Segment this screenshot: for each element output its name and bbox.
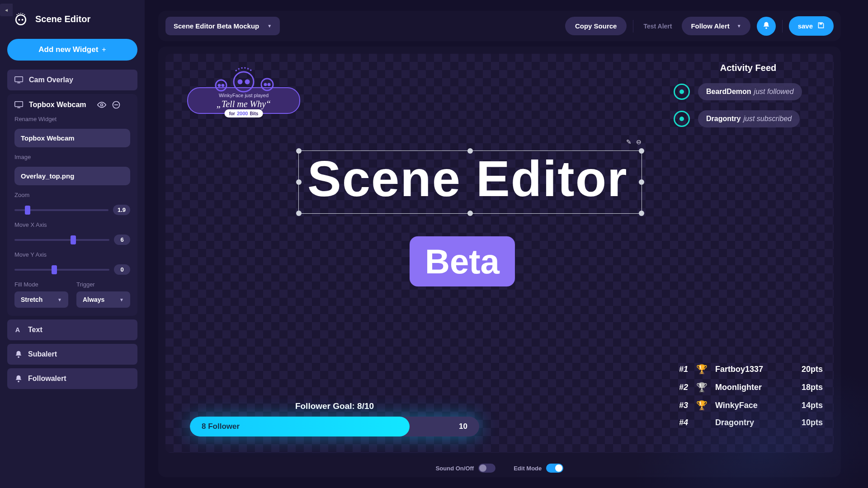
movex-slider[interactable] (14, 239, 109, 241)
save-button[interactable]: save (789, 16, 834, 36)
board-points: 14pts (802, 401, 823, 410)
sound-toggle-label: Sound On/Off (436, 465, 474, 472)
svg-point-22 (264, 84, 266, 85)
visibility-icon[interactable] (97, 100, 106, 109)
board-name: Moonlighter (715, 383, 793, 392)
svg-text:A: A (15, 326, 20, 333)
activity-feed: Activity Feed BeardDemon just followed D… (674, 63, 823, 137)
rank: #1 (674, 365, 688, 374)
rank: #3 (674, 401, 688, 410)
resize-handle[interactable] (296, 179, 302, 185)
svg-point-23 (268, 84, 270, 85)
feed-action: just subscribed (743, 115, 792, 123)
resize-handle[interactable] (296, 148, 302, 154)
widget-panel-topbox: Topbox Webcam Rename Widget Image Zoom 1… (7, 94, 137, 316)
collapse-icon[interactable] (112, 100, 121, 109)
alert-bell-button[interactable] (757, 17, 776, 36)
svg-point-2 (22, 19, 24, 21)
board-row: #1 🏆 Fartboy1337 20pts (674, 364, 823, 375)
trophy-icon: 🏆 (696, 400, 707, 411)
rank: #2 (674, 383, 688, 392)
overlay-chip: for 2000 Bits (225, 109, 263, 117)
copy-source-button[interactable]: Copy Source (565, 17, 627, 35)
fillmode-select[interactable]: Stretch ▼ (14, 291, 68, 308)
widget-item-cam-overlay[interactable]: Cam Overlay (7, 70, 137, 90)
add-widget-button[interactable]: Add new Widget + (7, 39, 137, 61)
scene-select[interactable]: Scene Editor Beta Mockup ▼ (165, 17, 280, 35)
rename-input[interactable] (14, 129, 130, 147)
feed-action: just followed (754, 88, 794, 96)
scene-name: Scene Editor Beta Mockup (174, 22, 259, 30)
bell-icon (14, 350, 23, 358)
widget-item-label: Text (28, 326, 42, 334)
follow-alert-select[interactable]: Follow Alert ▼ (682, 17, 750, 35)
sound-toggle[interactable] (478, 464, 495, 473)
svg-point-20 (222, 84, 224, 86)
svg-point-11 (18, 357, 19, 358)
svg-point-16 (238, 80, 242, 84)
canvas-beta-badge[interactable]: Beta (410, 236, 515, 286)
bell-icon (14, 375, 23, 383)
svg-point-18 (216, 80, 226, 91)
board-points: 20pts (802, 365, 823, 374)
zoom-label: Zoom (14, 192, 130, 198)
leaderboard: #1 🏆 Fartboy1337 20pts #2 🏆 Moonlighter … (674, 364, 823, 427)
add-widget-label: Add new Widget (38, 45, 98, 54)
sidebar-collapse-button[interactable] (0, 4, 13, 16)
plus-icon: + (102, 46, 106, 54)
goal-current: 8 Follower (190, 422, 240, 431)
widget-item-label: Followalert (28, 375, 66, 383)
monitor-icon (14, 76, 24, 84)
overlay-bits-badge[interactable]: WinkyFace just played „Tell me Why“ for … (187, 65, 300, 114)
svg-rect-14 (820, 23, 822, 24)
image-label: Image (14, 154, 130, 160)
resize-handle[interactable] (639, 179, 644, 185)
svg-rect-3 (15, 77, 23, 82)
canvas[interactable]: WinkyFace just played „Tell me Why“ for … (158, 47, 841, 477)
movex-value: 6 (114, 235, 130, 245)
trigger-select[interactable]: Always ▼ (76, 291, 130, 308)
movey-label: Move Y Axis (14, 251, 130, 258)
movex-label: Move X Axis (14, 221, 130, 228)
save-icon (817, 22, 825, 30)
svg-point-21 (261, 79, 273, 90)
movey-slider[interactable] (14, 269, 109, 271)
chevron-down-icon: ▼ (737, 23, 741, 28)
resize-handle[interactable] (639, 211, 644, 216)
sidebar: Scene Editor Add new Widget + Cam Overla… (0, 0, 145, 488)
feed-user: Dragontry (706, 115, 741, 123)
image-input[interactable] (14, 167, 130, 185)
resize-handle[interactable] (296, 211, 302, 216)
board-row: #3 🏆 WinkyFace 14pts (674, 400, 823, 411)
widget-item-subalert[interactable]: Subalert (7, 344, 137, 365)
goal-title: Follower Goal: 8/10 (190, 401, 479, 411)
chevron-down-icon: ▼ (57, 297, 62, 302)
chevron-down-icon: ▼ (267, 23, 272, 28)
svg-point-12 (18, 381, 19, 383)
canvas-title-text[interactable]: Scene Editor (307, 150, 628, 208)
widget-item-followalert[interactable]: Followalert (7, 368, 137, 389)
monitor-icon (14, 101, 24, 108)
svg-point-13 (765, 28, 767, 29)
resize-handle[interactable] (639, 148, 644, 154)
editmode-toggle-label: Edit Mode (514, 465, 542, 472)
goal-bar: 8 Follower 10 (190, 417, 479, 436)
test-alert-link[interactable]: Test Alert (640, 23, 675, 30)
editmode-toggle[interactable] (546, 464, 563, 473)
follower-goal-widget[interactable]: Follower Goal: 8/10 8 Follower 10 (190, 401, 479, 436)
feed-dot-icon (674, 111, 690, 127)
zoom-slider[interactable] (14, 209, 108, 211)
svg-point-7 (100, 104, 103, 106)
overlay-line2: „Tell me Why“ (197, 99, 290, 109)
widget-item-text[interactable]: A Text (7, 319, 137, 340)
edit-icon[interactable]: ✎ (626, 138, 632, 145)
main: Scene Editor Beta Mockup ▼ Copy Source T… (145, 0, 868, 488)
feed-dot-icon (674, 84, 690, 100)
feed-item: BeardDemon just followed (674, 83, 823, 100)
svg-point-17 (245, 80, 249, 84)
save-label: save (798, 22, 813, 30)
divider (633, 20, 633, 33)
resize-handle[interactable] (467, 211, 473, 216)
follow-alert-label: Follow Alert (691, 22, 729, 30)
remove-icon[interactable]: ⊖ (636, 138, 642, 145)
